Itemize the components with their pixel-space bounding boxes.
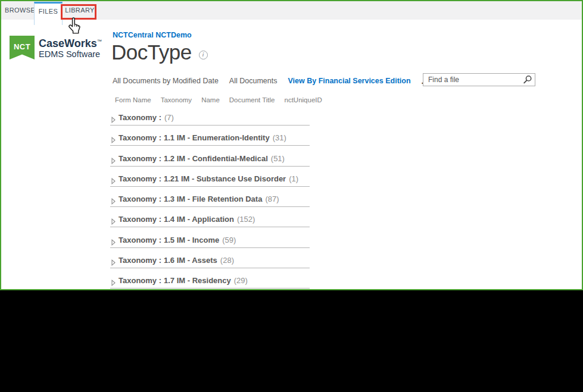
column-header[interactable]: nctUniqueID [285, 96, 322, 104]
search-box [423, 73, 535, 86]
group-count: (28) [220, 256, 234, 265]
group-count: (29) [234, 276, 248, 285]
info-icon[interactable]: i [199, 51, 208, 59]
group-label: Taxonomy : [119, 113, 161, 122]
group-value: 1.6 IM - Assets [164, 256, 217, 265]
view-link[interactable]: View By Financial Services Edition [288, 77, 410, 85]
column-header[interactable]: Document Title [229, 96, 275, 104]
group-value: 1.4 IM - Application [164, 215, 234, 224]
group-value: 1.5 IM - Income [164, 236, 219, 244]
view-link[interactable]: All Documents by Modified Date [113, 77, 219, 85]
tab-browse[interactable]: BROWSE [5, 1, 35, 20]
group-row-text: Taxonomy :1.6 IM - Assets(28) [119, 256, 234, 265]
taxonomy-group-row[interactable]: Taxonomy :1.1 IM - Enumeration-Identity(… [110, 132, 310, 152]
taxonomy-group-row[interactable]: Taxonomy :1.3 IM - File Retention Data(8… [110, 193, 310, 214]
row-separator [110, 247, 310, 248]
expand-triangle-icon[interactable] [111, 156, 116, 167]
page-title: DocType [111, 40, 192, 64]
app-window: BROWSE FILES LIBRARY NCT CaseWorks™ EDMS… [0, 0, 583, 290]
nct-badge-icon: NCT [10, 36, 35, 59]
group-count: (87) [265, 195, 279, 203]
search-button[interactable] [520, 74, 535, 86]
expand-triangle-icon[interactable] [111, 176, 116, 187]
view-switcher: All Documents by Modified DateAll Docume… [113, 77, 430, 85]
group-label: Taxonomy : [119, 195, 161, 203]
group-row-text: Taxonomy :1.21 IM - Substance Use Disord… [119, 174, 298, 183]
group-count: (1) [289, 174, 298, 183]
group-label: Taxonomy : [119, 174, 161, 183]
group-label: Taxonomy : [119, 154, 161, 163]
group-value: 1.3 IM - File Retention Data [164, 195, 262, 203]
group-count: (152) [237, 215, 255, 224]
expand-triangle-icon[interactable] [111, 237, 116, 248]
taxonomy-group-row[interactable]: Taxonomy :1.6 IM - Assets(28) [110, 255, 310, 275]
group-count: (51) [271, 154, 285, 163]
trademark-mark: ™ [97, 39, 102, 44]
group-row-text: Taxonomy :1.5 IM - Income(59) [119, 236, 236, 244]
taxonomy-group-row[interactable]: Taxonomy :1.2 IM - Confidential-Medical(… [110, 153, 310, 173]
row-separator [110, 186, 310, 187]
group-value: 1.21 IM - Substance Use Disorder [164, 174, 286, 183]
expand-triangle-icon[interactable] [111, 115, 116, 126]
group-row-text: Taxonomy :1.3 IM - File Retention Data(8… [119, 195, 279, 203]
app-logo[interactable]: NCT CaseWorks™ EDMS Software [10, 36, 102, 59]
group-label: Taxonomy : [119, 236, 161, 244]
letterbox-area [0, 290, 583, 392]
group-value: 1.2 IM - Confidential-Medical [164, 154, 268, 163]
tab-files[interactable]: FILES [34, 2, 63, 25]
row-separator [110, 125, 310, 126]
row-separator [110, 268, 310, 268]
expand-triangle-icon[interactable] [111, 217, 116, 227]
row-separator [110, 166, 310, 167]
taxonomy-group-row[interactable]: Taxonomy :1.5 IM - Income(59) [110, 234, 310, 255]
expand-triangle-icon[interactable] [111, 278, 116, 288]
title-row: DocType i [111, 40, 208, 64]
magnifier-icon [523, 75, 532, 84]
group-label: Taxonomy : [119, 256, 161, 265]
group-label: Taxonomy : [119, 276, 161, 285]
group-label: Taxonomy : [119, 215, 161, 224]
expand-triangle-icon[interactable] [111, 196, 116, 207]
brand-text-block: CaseWorks™ EDMS Software [39, 36, 102, 59]
brand-name: CaseWorks™ [39, 36, 102, 49]
column-header-row: Form NameTaxonomyNameDocument TitlenctUn… [115, 96, 322, 104]
row-separator [110, 145, 310, 146]
search-input[interactable] [423, 74, 520, 86]
ribbon-tab-bar: BROWSE FILES LIBRARY [1, 1, 582, 20]
expand-triangle-icon[interactable] [111, 135, 116, 146]
group-row-text: Taxonomy :1.4 IM - Application(152) [119, 215, 255, 224]
row-separator [110, 288, 310, 288]
taxonomy-group-row[interactable]: Taxonomy :1.4 IM - Application(152) [110, 214, 310, 234]
column-header[interactable]: Form Name [115, 96, 151, 104]
column-header[interactable]: Name [201, 96, 220, 104]
group-row-text: Taxonomy :1.7 IM - Residency(29) [119, 276, 248, 285]
group-label: Taxonomy : [119, 133, 161, 142]
group-row-text: Taxonomy :1.1 IM - Enumeration-Identity(… [119, 133, 286, 142]
taxonomy-group-row[interactable]: Taxonomy :1.21 IM - Substance Use Disord… [110, 173, 310, 193]
row-separator [110, 206, 310, 207]
brand-name-text: CaseWorks [39, 37, 97, 49]
group-count: (59) [222, 236, 236, 244]
group-count: (31) [273, 133, 286, 142]
hand-cursor-icon [67, 17, 83, 37]
expand-triangle-icon[interactable] [111, 258, 116, 268]
column-header[interactable]: Taxonomy [161, 96, 192, 104]
group-list: Taxonomy :(7) Taxonomy :1.1 IM - Enumera… [110, 112, 310, 296]
brand-subtitle: EDMS Software [39, 49, 102, 59]
group-count: (7) [164, 113, 174, 122]
group-value: 1.1 IM - Enumeration-Identity [164, 133, 270, 142]
taxonomy-group-row[interactable]: Taxonomy :(7) [110, 112, 310, 132]
breadcrumb[interactable]: NCTCentral NCTDemo [113, 31, 192, 39]
group-value: 1.7 IM - Residency [164, 276, 231, 285]
group-row-text: Taxonomy :1.2 IM - Confidential-Medical(… [119, 154, 285, 163]
row-separator [110, 227, 310, 227]
group-row-text: Taxonomy :(7) [119, 113, 174, 122]
view-link[interactable]: All Documents [229, 77, 278, 85]
